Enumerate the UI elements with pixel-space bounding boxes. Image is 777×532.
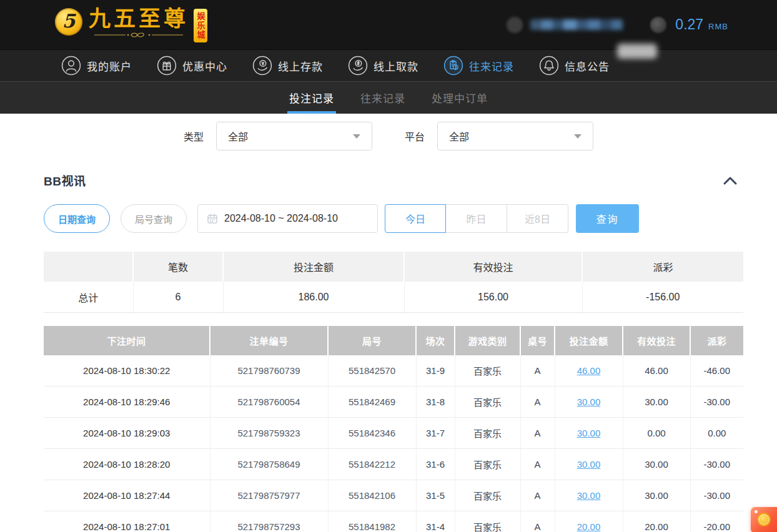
cell-payout: -30.00 [690, 387, 743, 418]
cell-table-no: A [520, 511, 555, 532]
cell-valid-bet: 46.00 [623, 355, 690, 387]
header-valid-bet: 有效投注 [623, 326, 690, 355]
cell-game-type: 百家乐 [455, 418, 520, 449]
cell-game-type: 百家乐 [455, 355, 520, 387]
summary-count: 6 [133, 282, 223, 313]
nav-item-promotions[interactable]: 优惠中心 [157, 56, 227, 76]
yesterday-button[interactable]: 昨日 [446, 204, 507, 233]
tab-transaction-records[interactable]: 往来记录 [359, 82, 407, 114]
date-query-button[interactable]: 日期查询 [44, 204, 110, 233]
section-title: BB视讯 [44, 172, 86, 189]
nav-item-transaction-records[interactable]: 往来记录 [443, 56, 514, 76]
emblem-numeral: 5 [62, 12, 76, 31]
last8days-button[interactable]: 近8日 [507, 204, 568, 233]
nav-item-my-account[interactable]: 我的账户 [61, 56, 132, 76]
bell-icon [539, 56, 559, 76]
cell-order-id: 521798757293 [210, 511, 328, 532]
platform-select[interactable]: 全部 [437, 122, 593, 150]
cell-table-no: A [520, 449, 555, 480]
records-icon [443, 56, 463, 76]
bet-amount-link[interactable]: 20.00 [577, 521, 601, 532]
summary-header-blank [44, 252, 133, 282]
cell-valid-bet: 20.00 [623, 511, 690, 532]
summary-total-label: 总计 [44, 282, 133, 313]
cell-session: 31-4 [416, 511, 455, 532]
cell-payout: -46.00 [690, 355, 743, 387]
filter-row: 类型 全部 平台 全部 [0, 122, 777, 150]
platform-filter-label: 平台 [405, 129, 425, 144]
type-select[interactable]: 全部 [216, 122, 372, 150]
cell-payout: -30.00 [690, 449, 743, 480]
balance-currency: RMB [708, 22, 728, 31]
summary-header-row: 笔数 投注金额 有效投注 派彩 [44, 252, 743, 282]
cell-bet-amount: 30.00 [555, 387, 623, 418]
balance-amount: 0.27 [675, 16, 703, 33]
cell-session: 31-5 [416, 480, 455, 511]
cell-valid-bet: 0.00 [623, 418, 690, 449]
cell-order-id: 521798760739 [210, 355, 328, 387]
gold-coin-icon [757, 513, 771, 526]
table-row: 2024-08-10 18:30:22 521798760739 5518425… [44, 355, 743, 387]
tab-pending-orders[interactable]: 处理中订单 [430, 82, 489, 114]
header-session: 场次 [416, 326, 455, 355]
platform-filter-group: 平台 全部 [405, 122, 593, 150]
deposit-icon [252, 56, 272, 76]
records-table: 下注时间 注单编号 局号 场次 游戏类别 桌号 投注金额 有效投注 派彩 202… [44, 326, 743, 532]
chevron-down-icon [574, 134, 582, 139]
table-row: 2024-08-10 18:29:46 521798760054 5518424… [44, 387, 743, 418]
cell-game-type: 百家乐 [455, 449, 520, 480]
wallet-icon [650, 17, 666, 33]
main-nav: 我的账户 优惠中心 线上存款 [0, 50, 777, 81]
summary-header-bet-amount: 投注金额 [223, 252, 404, 282]
cell-table-no: A [520, 418, 555, 449]
chevron-up-icon [722, 175, 738, 186]
red-envelope-widget[interactable] [751, 507, 777, 532]
tab-bet-records[interactable]: 投注记录 [288, 82, 335, 114]
search-button[interactable]: 查询 [576, 204, 639, 233]
cell-session: 31-9 [416, 355, 455, 387]
logo[interactable]: 5 九五至尊 娱乐城 [55, 7, 207, 42]
type-filter-label: 类型 [184, 129, 204, 144]
date-range-input[interactable]: 2024-08-10 ~ 2024-08-10 [197, 204, 378, 233]
header-payout: 派彩 [690, 326, 743, 355]
summary-valid-bet: 156.00 [404, 282, 582, 313]
cell-round-id: 551842106 [328, 480, 416, 511]
nav-item-deposit[interactable]: 线上存款 [252, 56, 323, 76]
type-filter-group: 类型 全部 [184, 122, 372, 150]
collapse-section-button[interactable] [722, 175, 738, 186]
cell-table-no: A [520, 387, 555, 418]
bet-amount-link[interactable]: 46.00 [577, 365, 601, 376]
cell-order-id: 521798757977 [210, 480, 328, 511]
cell-session: 31-6 [416, 449, 455, 480]
bet-amount-link[interactable]: 30.00 [577, 428, 601, 438]
header-round-id: 局号 [328, 326, 416, 355]
round-query-button[interactable]: 局号查询 [121, 204, 187, 233]
summary-total-row: 总计 6 186.00 156.00 -156.00 [44, 282, 743, 313]
cell-round-id: 551842346 [328, 418, 416, 449]
balance-display[interactable]: 0.27 RMB [650, 16, 728, 33]
quick-range-segmented: 今日 昨日 近8日 [385, 204, 568, 233]
cell-game-type: 百家乐 [455, 387, 520, 418]
brand-badge: 娱乐城 [194, 9, 207, 42]
cell-valid-bet: 30.00 [623, 480, 690, 511]
type-select-value: 全部 [228, 129, 248, 144]
query-toolbar: 日期查询 局号查询 2024-08-10 ~ 2024-08-10 今日 昨日 … [44, 204, 733, 233]
header-bet-amount: 投注金额 [555, 326, 623, 355]
bet-amount-link[interactable]: 30.00 [577, 459, 601, 470]
today-button[interactable]: 今日 [385, 204, 446, 233]
cell-bet-amount: 20.00 [555, 511, 623, 532]
bet-amount-link[interactable]: 30.00 [577, 397, 601, 407]
header-table-no: 桌号 [520, 326, 555, 355]
calendar-icon [207, 213, 218, 224]
cell-bet-time: 2024-08-10 18:29:03 [44, 418, 210, 449]
bet-amount-link[interactable]: 30.00 [577, 490, 601, 501]
summary-header-valid-bet: 有效投注 [404, 252, 582, 282]
records-table-body: 2024-08-10 18:30:22 521798760739 5518425… [44, 355, 743, 532]
cell-bet-time: 2024-08-10 18:27:44 [44, 480, 210, 511]
avatar [507, 17, 523, 33]
nav-item-withdraw[interactable]: 线上取款 [348, 56, 418, 76]
user-account-chip[interactable] [507, 17, 623, 33]
cell-table-no: A [520, 355, 555, 387]
cell-game-type: 百家乐 [455, 480, 520, 511]
nav-item-announcements[interactable]: 信息公告 [539, 56, 610, 76]
